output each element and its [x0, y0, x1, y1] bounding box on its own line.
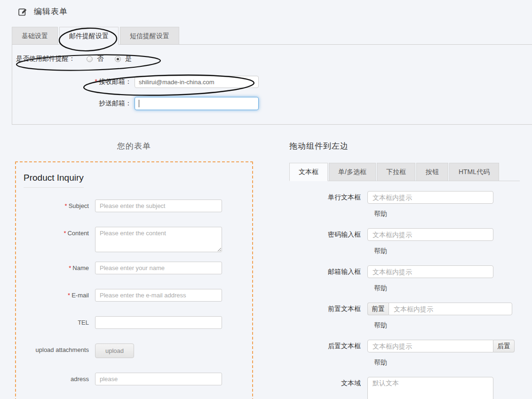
component-list: 单行文本框帮助密码输入框帮助邮箱输入框帮助前置文本框前置帮助后置文本框后置帮助文… — [289, 191, 532, 399]
tab-email-reminder-settings[interactable]: 邮件提醒设置 — [59, 27, 119, 45]
component-row: 前置文本框前置 — [289, 303, 532, 315]
component-control — [367, 191, 493, 204]
field-input[interactable] — [95, 289, 222, 302]
form-field-row: TEL — [16, 316, 252, 329]
component-label: 文本域 — [289, 377, 367, 388]
field-input[interactable] — [95, 200, 222, 212]
receive-email-row: *接收邮箱： — [12, 76, 532, 88]
tab-checkbox[interactable]: 单/多选框 — [329, 163, 376, 181]
field-label: *Name — [16, 262, 95, 271]
tab-textbox[interactable]: 文本框 — [289, 163, 328, 181]
component-label: 密码输入框 — [289, 228, 367, 239]
cc-email-row: 抄送邮箱： — [12, 97, 532, 110]
cc-email-label: 抄送邮箱： — [12, 99, 132, 108]
tab-sms-reminder-settings[interactable]: 短信提醒设置 — [120, 27, 179, 44]
upload-button[interactable]: upload — [95, 343, 134, 358]
field-label: TEL — [16, 316, 95, 326]
page-title: 编辑表单 — [34, 6, 68, 17]
drag-components-heading: 拖动组件到左边 — [289, 141, 532, 152]
form-field-row: upload attachmentsupload — [16, 343, 252, 358]
component-help: 帮助 — [374, 247, 532, 255]
component-tab-bar: 文本框 单/多选框 下拉框 按钮 HTML代码 — [289, 163, 520, 181]
field-input[interactable] — [95, 316, 222, 329]
field-label: upload attachments — [16, 343, 95, 353]
field-label-text: upload attachments — [36, 346, 89, 353]
component-label: 邮箱输入框 — [289, 265, 367, 276]
use-email-reminder-label: 是否使用邮件提醒： — [16, 55, 75, 63]
cc-email-input[interactable] — [135, 97, 259, 110]
required-asterisk: * — [64, 230, 66, 237]
component-row: 邮箱输入框 — [289, 265, 532, 278]
tab-dropdown[interactable]: 下拉框 — [377, 163, 415, 181]
radio-no-label: 否 — [97, 55, 103, 63]
component-control — [367, 228, 493, 241]
component-input[interactable] — [367, 265, 493, 278]
field-textarea[interactable] — [95, 227, 222, 252]
form-preview-column: 您的表单 Product Inquiry *Subject*Content*Na… — [0, 141, 268, 399]
receive-email-label: *接收邮箱： — [12, 78, 132, 86]
field-label-text: adress — [71, 375, 89, 383]
component-label: 后置文本框 — [289, 340, 367, 351]
receive-email-input[interactable] — [135, 76, 259, 88]
component-help: 帮助 — [374, 321, 532, 330]
component-help: 帮助 — [374, 284, 532, 293]
radio-option-no[interactable]: 否 — [87, 55, 103, 63]
field-input[interactable] — [95, 262, 222, 274]
component-control: 前置 — [367, 303, 512, 315]
main-area: 您的表单 Product Inquiry *Subject*Content*Na… — [0, 141, 532, 399]
tab-button[interactable]: 按钮 — [416, 163, 448, 181]
page-header: 编辑表单 — [0, 0, 532, 17]
component-control — [367, 377, 493, 399]
component-input[interactable] — [389, 303, 512, 315]
component-control — [367, 265, 493, 278]
field-label-text: Subject — [69, 202, 89, 209]
required-asterisk: * — [69, 264, 71, 271]
component-help: 帮助 — [374, 359, 532, 367]
form-title: Product Inquiry — [24, 173, 84, 188]
radio-no-icon[interactable] — [87, 56, 93, 62]
form-field-row: adress — [16, 373, 252, 385]
use-email-reminder-row: 是否使用邮件提醒： 否 是 — [16, 55, 532, 63]
tab-basic-settings[interactable]: 基础设置 — [12, 27, 58, 44]
field-label: *Content — [16, 227, 95, 237]
form-drop-zone[interactable]: Product Inquiry *Subject*Content*Name*E-… — [15, 161, 253, 399]
component-input[interactable] — [367, 228, 493, 241]
components-column: 拖动组件到左边 文本框 单/多选框 下拉框 按钮 HTML代码 单行文本框帮助密… — [289, 141, 532, 399]
field-label: *E-mail — [16, 289, 95, 299]
radio-yes-icon[interactable] — [115, 56, 121, 62]
edit-pencil-icon — [18, 7, 27, 16]
email-settings-panel: 是否使用邮件提醒： 否 是 *接收邮箱： 抄送邮箱： — [12, 44, 532, 125]
component-row: 文本域 — [289, 377, 532, 399]
component-textarea[interactable] — [367, 377, 493, 399]
component-label: 前置文本框 — [289, 303, 367, 313]
field-label-text: E-mail — [71, 292, 89, 299]
field-input[interactable] — [95, 373, 222, 385]
your-form-heading: 您的表单 — [0, 141, 268, 152]
radio-yes-label: 是 — [125, 55, 132, 63]
field-label-text: TEL — [78, 319, 89, 326]
suffix-button[interactable]: 后置 — [493, 340, 515, 352]
field-label: adress — [16, 373, 95, 383]
tab-html-code[interactable]: HTML代码 — [449, 163, 499, 181]
component-row: 密码输入框 — [289, 228, 532, 241]
field-label-text: Content — [67, 230, 89, 237]
form-field-row: *Name — [16, 262, 252, 274]
settings-tab-bar: 基础设置 邮件提醒设置 短信提醒设置 — [12, 27, 532, 44]
form-field-row: *E-mail — [16, 289, 252, 302]
prefix-button[interactable]: 前置 — [367, 303, 389, 315]
field-label: *Subject — [16, 200, 95, 209]
text-caret — [139, 100, 139, 107]
required-asterisk: * — [65, 202, 67, 209]
required-asterisk: * — [68, 292, 70, 299]
required-asterisk: * — [95, 78, 97, 85]
component-label: 单行文本框 — [289, 191, 367, 202]
radio-option-yes[interactable]: 是 — [115, 55, 132, 63]
component-input[interactable] — [367, 340, 493, 352]
component-help: 帮助 — [374, 210, 532, 218]
component-input[interactable] — [367, 191, 493, 204]
field-label-text: Name — [72, 264, 89, 271]
component-row: 后置文本框后置 — [289, 340, 532, 352]
form-fields: *Subject*Content*Name*E-mailTELupload at… — [16, 200, 252, 385]
form-field-row: *Subject — [16, 200, 252, 212]
component-row: 单行文本框 — [289, 191, 532, 204]
